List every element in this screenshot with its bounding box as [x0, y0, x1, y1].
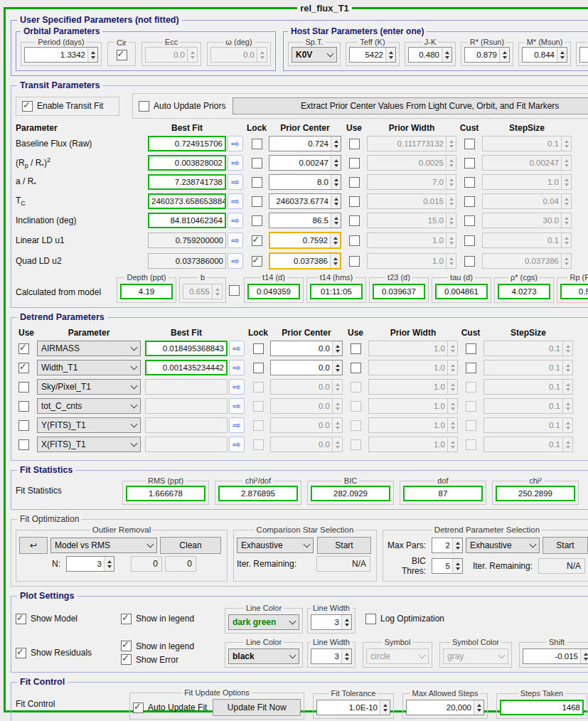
- detrend-param-dropdown[interactable]: X(FITS)_T1: [37, 437, 141, 452]
- copy-bestfit-to-prior-button[interactable]: ⇨: [229, 437, 245, 452]
- model-line-color-dropdown[interactable]: dark green: [228, 614, 299, 630]
- use-prior-checkbox[interactable]: [351, 343, 361, 354]
- use-detrend-checkbox[interactable]: [18, 401, 29, 412]
- cust-checkbox[interactable]: [464, 235, 475, 246]
- clean-button[interactable]: Clean: [160, 537, 221, 554]
- spinner-buttons[interactable]: [442, 48, 451, 62]
- residual-line-width-input[interactable]: 3: [311, 648, 352, 664]
- cust-checkbox[interactable]: [464, 139, 475, 149]
- detrend-param-dropdown[interactable]: Sky/Pixel_T1: [37, 379, 141, 395]
- use-prior-checkbox[interactable]: [349, 256, 360, 267]
- residual-line-color-dropdown[interactable]: black: [228, 648, 299, 664]
- detrend-mode-dropdown[interactable]: Exhaustive: [466, 538, 540, 553]
- use-prior-checkbox[interactable]: [349, 177, 360, 188]
- spinner-buttons[interactable]: [452, 559, 462, 573]
- spinner-buttons[interactable]: [330, 233, 340, 247]
- log-optimization-checkbox[interactable]: Log Optimization: [365, 614, 444, 624]
- cust-checkbox[interactable]: [464, 158, 475, 169]
- cust-checkbox[interactable]: [466, 363, 476, 373]
- prior-center-input[interactable]: 2460373.6774: [269, 193, 341, 209]
- copy-bestfit-to-prior-button[interactable]: ⇨: [228, 233, 243, 248]
- detrend-param-dropdown[interactable]: Width_T1: [37, 360, 141, 375]
- use-detrend-checkbox[interactable]: [18, 439, 29, 450]
- use-prior-checkbox[interactable]: [349, 215, 360, 226]
- prior-center-input[interactable]: 0.00247: [269, 155, 341, 171]
- n-input[interactable]: 3: [66, 556, 114, 572]
- spinner-buttons[interactable]: [341, 649, 351, 663]
- show-model-checkbox[interactable]: Show Model: [16, 614, 121, 624]
- spinner-buttons[interactable]: [331, 137, 341, 151]
- mstar-input[interactable]: 0.844: [522, 47, 567, 63]
- prior-center-input[interactable]: 0.724: [269, 136, 341, 151]
- lock-checkbox[interactable]: [252, 215, 262, 226]
- copy-bestfit-to-prior-button[interactable]: ⇨: [229, 379, 245, 395]
- spinner-buttons[interactable]: [474, 700, 483, 715]
- detrend-start-button[interactable]: Start: [542, 537, 588, 554]
- prior-center-input[interactable]: 0.037386: [269, 252, 341, 269]
- max-pars-input[interactable]: 2: [432, 538, 463, 553]
- lock-checkbox[interactable]: [252, 158, 262, 169]
- prior-center-input[interactable]: 86.5: [269, 213, 341, 228]
- lock-checkbox[interactable]: [253, 343, 264, 354]
- copy-bestfit-to-prior-button[interactable]: ⇨: [229, 398, 245, 414]
- spinner-buttons[interactable]: [331, 213, 341, 228]
- copy-bestfit-to-prior-button[interactable]: ⇨: [228, 193, 243, 209]
- show-error-checkbox[interactable]: Show Error: [121, 654, 225, 665]
- use-prior-checkbox[interactable]: [349, 196, 360, 207]
- spinner-buttons[interactable]: [331, 194, 341, 208]
- use-detrend-checkbox[interactable]: [18, 343, 29, 354]
- spinner-buttons[interactable]: [341, 615, 351, 629]
- lock-checkbox[interactable]: [252, 196, 262, 207]
- jk-input[interactable]: 0.480: [408, 47, 452, 63]
- copy-bestfit-to-prior-button[interactable]: ⇨: [229, 417, 245, 433]
- spt-dropdown[interactable]: K0V: [292, 47, 337, 63]
- spinner-buttons[interactable]: [452, 538, 462, 552]
- show-residuals-checkbox[interactable]: Show Residuals: [16, 648, 121, 658]
- detrend-param-dropdown[interactable]: tot_C_cnts: [37, 398, 141, 414]
- cust-checkbox[interactable]: [464, 256, 475, 267]
- copy-bestfit-to-prior-button[interactable]: ⇨: [228, 155, 243, 171]
- copy-bestfit-to-prior-button[interactable]: ⇨: [228, 213, 243, 228]
- spinner-buttons[interactable]: [87, 48, 97, 62]
- spinner-buttons[interactable]: [330, 254, 340, 268]
- lock-checkbox[interactable]: [252, 235, 262, 246]
- rstar-input[interactable]: 0.879: [464, 47, 510, 63]
- use-detrend-checkbox[interactable]: [18, 382, 29, 392]
- max-allowed-steps-input[interactable]: 20,000: [406, 700, 484, 715]
- lock-checkbox[interactable]: [253, 363, 264, 373]
- spinner-buttons[interactable]: [332, 341, 342, 356]
- spinner-buttons[interactable]: [332, 360, 342, 375]
- copy-bestfit-to-prior-button[interactable]: ⇨: [228, 136, 243, 151]
- spinner-buttons[interactable]: [499, 48, 509, 62]
- spinner-buttons[interactable]: [380, 700, 390, 715]
- teff-input[interactable]: 5422: [349, 47, 396, 63]
- auto-update-fit-checkbox[interactable]: Auto Update Fit: [133, 703, 207, 713]
- use-prior-checkbox[interactable]: [349, 235, 360, 246]
- bic-thres-input[interactable]: 5: [432, 558, 463, 574]
- detrend-param-dropdown[interactable]: Y(FITS)_T1: [37, 417, 141, 433]
- cust-checkbox[interactable]: [464, 215, 475, 226]
- extract-prior-center-button[interactable]: Extract Prior Center Values From Light C…: [232, 97, 588, 114]
- residual-show-in-legend-checkbox[interactable]: Show in legend: [121, 641, 225, 651]
- cir-checkbox[interactable]: [117, 50, 127, 60]
- enable-transit-fit-checkbox[interactable]: Enable Transit Fit: [22, 101, 103, 112]
- fit-tolerance-input[interactable]: 1.0E-10: [316, 700, 390, 715]
- detrend-param-dropdown[interactable]: AIRMASS: [37, 341, 141, 356]
- shift-input[interactable]: -0.015: [523, 648, 588, 664]
- use-prior-checkbox[interactable]: [349, 139, 360, 149]
- copy-bestfit-to-prior-button[interactable]: ⇨: [228, 253, 243, 269]
- use-prior-checkbox[interactable]: [351, 363, 361, 373]
- lock-checkbox[interactable]: [252, 256, 262, 267]
- copy-bestfit-to-prior-button[interactable]: ⇨: [229, 360, 245, 375]
- comparison-mode-dropdown[interactable]: Exhaustive: [237, 538, 314, 553]
- spinner-buttons[interactable]: [385, 48, 395, 62]
- prior-center-input[interactable]: 0.0: [270, 360, 343, 375]
- lock-checkbox[interactable]: [252, 139, 262, 149]
- lock-checkbox[interactable]: [252, 177, 262, 188]
- undo-clean-button[interactable]: ↩: [19, 537, 48, 554]
- period-input[interactable]: 1.3342: [24, 47, 98, 63]
- copy-bestfit-to-prior-button[interactable]: ⇨: [228, 174, 243, 190]
- spinner-buttons[interactable]: [580, 649, 588, 663]
- prior-center-input[interactable]: 0.7592: [269, 232, 341, 249]
- spinner-buttons[interactable]: [331, 175, 341, 189]
